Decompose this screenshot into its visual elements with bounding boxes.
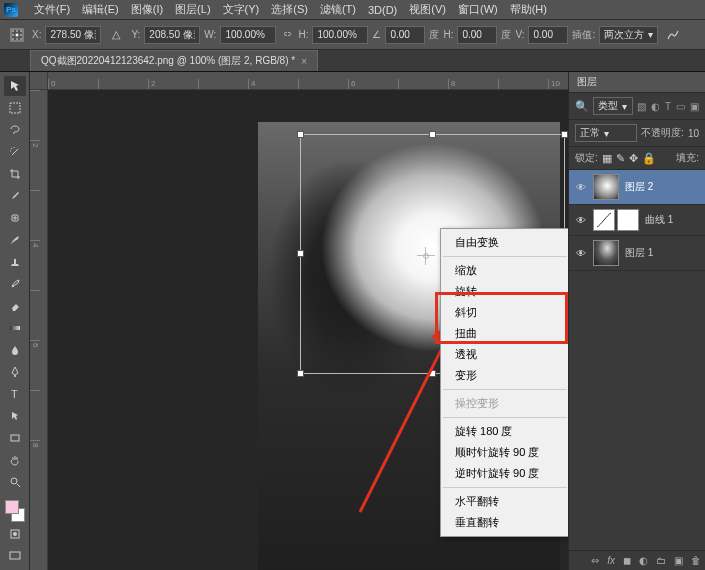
ctx-skew[interactable]: 斜切 [441, 302, 568, 323]
new-layer-icon[interactable]: ▣ [674, 555, 683, 566]
healing-brush-tool[interactable] [4, 208, 26, 228]
layer-thumbnail[interactable] [593, 240, 619, 266]
canvas-area[interactable]: 0 2 4 6 8 10 2 4 6 8 [30, 72, 568, 570]
ctx-free-transform[interactable]: 自由变换 [441, 232, 568, 253]
menu-window[interactable]: 窗口(W) [452, 0, 504, 20]
ctx-rotate[interactable]: 旋转 [441, 281, 568, 302]
filter-type-icon[interactable]: T [665, 101, 671, 112]
h-input[interactable] [312, 26, 368, 44]
layer-row[interactable]: 👁 图层 1 [569, 236, 705, 271]
menu-type[interactable]: 文字(Y) [217, 0, 266, 20]
blur-tool[interactable] [4, 340, 26, 360]
type-tool[interactable]: T [4, 384, 26, 404]
rectangle-tool[interactable] [4, 428, 26, 448]
x-input[interactable] [45, 26, 101, 44]
layer-row[interactable]: 👁 图层 2 [569, 170, 705, 205]
visibility-icon[interactable]: 👁 [575, 247, 587, 259]
ctx-rotate-ccw-90[interactable]: 逆时针旋转 90 度 [441, 463, 568, 484]
ctx-warp[interactable]: 变形 [441, 365, 568, 386]
link-layers-icon[interactable]: ⇔ [591, 555, 599, 566]
menu-select[interactable]: 选择(S) [265, 0, 314, 20]
transform-handle-tr[interactable] [561, 131, 568, 138]
clone-stamp-tool[interactable] [4, 252, 26, 272]
link-icon[interactable] [280, 28, 294, 42]
lock-transparent-icon[interactable]: ▦ [602, 152, 612, 165]
blend-mode-dropdown[interactable]: 正常▾ [575, 124, 637, 142]
transform-handle-tl[interactable] [297, 131, 304, 138]
history-brush-tool[interactable] [4, 274, 26, 294]
delta-icon[interactable]: △ [105, 24, 127, 46]
transform-handle-l[interactable] [297, 250, 304, 257]
color-swatches[interactable] [5, 500, 25, 522]
filter-smart-icon[interactable]: ▣ [690, 101, 699, 112]
transform-handle-t[interactable] [429, 131, 436, 138]
transform-handle-b[interactable] [429, 370, 436, 377]
menu-view[interactable]: 视图(V) [403, 0, 452, 20]
layer-name-label[interactable]: 图层 1 [625, 246, 653, 260]
brush-tool[interactable] [4, 230, 26, 250]
layer-style-icon[interactable]: fx [607, 555, 615, 566]
ctx-flip-vertical[interactable]: 垂直翻转 [441, 512, 568, 533]
menu-help[interactable]: 帮助(H) [504, 0, 553, 20]
marquee-tool[interactable] [4, 98, 26, 118]
menu-layer[interactable]: 图层(L) [169, 0, 216, 20]
lock-pixel-icon[interactable]: ✎ [616, 152, 625, 165]
ctx-distort[interactable]: 扭曲 [441, 323, 568, 344]
adjustment-thumbnail[interactable] [593, 209, 615, 231]
crop-tool[interactable] [4, 164, 26, 184]
adjustment-layer-icon[interactable]: ◐ [639, 555, 648, 566]
pen-tool[interactable] [4, 362, 26, 382]
ctx-scale[interactable]: 缩放 [441, 260, 568, 281]
group-icon[interactable]: 🗀 [656, 555, 666, 566]
path-selection-tool[interactable] [4, 406, 26, 426]
filter-adjust-icon[interactable]: ◐ [651, 101, 660, 112]
filter-shape-icon[interactable]: ▭ [676, 101, 685, 112]
foreground-color-swatch[interactable] [5, 500, 19, 514]
visibility-icon[interactable]: 👁 [575, 181, 587, 193]
quick-mask-tool[interactable] [4, 524, 26, 544]
angle-input[interactable] [385, 26, 425, 44]
skew-h-input[interactable] [457, 26, 497, 44]
interpolation-dropdown[interactable]: 两次立方▾ [599, 26, 658, 44]
menu-image[interactable]: 图像(I) [125, 0, 169, 20]
y-input[interactable] [144, 26, 200, 44]
delete-layer-icon[interactable]: 🗑 [691, 555, 701, 566]
warp-mode-icon[interactable] [662, 24, 684, 46]
move-tool[interactable] [4, 76, 26, 96]
filter-type-dropdown[interactable]: 类型▾ [593, 97, 633, 115]
layers-panel-tab[interactable]: 图层 [569, 72, 705, 93]
ctx-flip-horizontal[interactable]: 水平翻转 [441, 491, 568, 512]
layer-thumbnail[interactable] [593, 174, 619, 200]
lasso-tool[interactable] [4, 120, 26, 140]
menu-file[interactable]: 文件(F) [28, 0, 76, 20]
ctx-rotate-180[interactable]: 旋转 180 度 [441, 421, 568, 442]
magic-wand-tool[interactable] [4, 142, 26, 162]
lock-position-icon[interactable]: ✥ [629, 152, 638, 165]
menu-edit[interactable]: 编辑(E) [76, 0, 125, 20]
lock-all-icon[interactable]: 🔒 [642, 152, 656, 165]
hand-tool[interactable] [4, 450, 26, 470]
close-icon[interactable]: × [301, 56, 307, 67]
transform-pivot-icon[interactable] [420, 250, 432, 262]
menu-filter[interactable]: 滤镜(T) [314, 0, 362, 20]
visibility-icon[interactable]: 👁 [575, 214, 587, 226]
eyedropper-tool[interactable] [4, 186, 26, 206]
layer-mask-thumbnail[interactable] [617, 209, 639, 231]
ctx-perspective[interactable]: 透视 [441, 344, 568, 365]
transform-handle-bl[interactable] [297, 370, 304, 377]
filter-pixel-icon[interactable]: ▧ [637, 101, 646, 112]
w-input[interactable] [220, 26, 276, 44]
ctx-rotate-cw-90[interactable]: 顺时针旋转 90 度 [441, 442, 568, 463]
gradient-tool[interactable] [4, 318, 26, 338]
screen-mode-tool[interactable] [4, 546, 26, 566]
layer-name-label[interactable]: 图层 2 [625, 180, 653, 194]
eraser-tool[interactable] [4, 296, 26, 316]
menu-3d[interactable]: 3D(D) [362, 1, 403, 19]
ruler-horizontal[interactable]: 0 2 4 6 8 10 [48, 72, 568, 90]
zoom-tool[interactable] [4, 472, 26, 492]
reference-point-icon[interactable] [6, 24, 28, 46]
document-tab[interactable]: QQ截图20220412123642.png @ 100% (图层 2, RGB… [30, 50, 318, 71]
opacity-value[interactable]: 10 [688, 128, 699, 139]
layer-name-label[interactable]: 曲线 1 [645, 213, 673, 227]
layer-mask-icon[interactable]: ◼ [623, 555, 631, 566]
